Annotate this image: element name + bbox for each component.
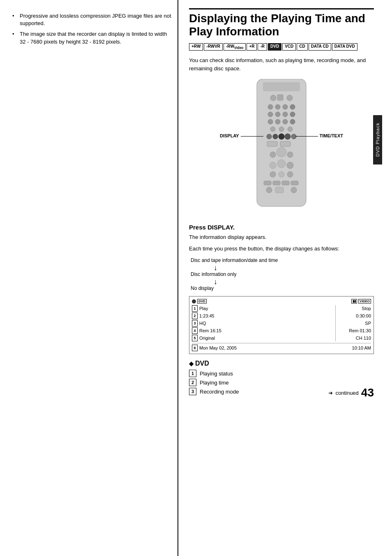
remote-illustration: DISPLAY TIME/TEXT bbox=[189, 79, 374, 219]
footer-page-number: 43 bbox=[361, 386, 374, 399]
badge-dvd: DVD bbox=[268, 43, 281, 51]
item-label-2: Playing time bbox=[200, 380, 229, 386]
dvd-badge: DVD bbox=[197, 299, 207, 303]
svg-rect-3 bbox=[277, 95, 283, 100]
badge-datadvd: DATA DVD bbox=[332, 43, 357, 51]
video-badge: VIDEO bbox=[358, 299, 371, 303]
left-column: Progressive and lossless compression JPE… bbox=[12, 12, 173, 49]
svg-point-4 bbox=[287, 95, 293, 101]
row-num-3: 3 bbox=[192, 320, 198, 327]
dvd-item-1: 1 Playing status bbox=[189, 370, 374, 377]
row-val-5: Original bbox=[199, 335, 333, 341]
badge-r-minus: -R bbox=[258, 43, 267, 51]
svg-point-42 bbox=[291, 187, 297, 193]
svg-point-21 bbox=[273, 134, 278, 139]
right-val-1: Stop bbox=[338, 305, 371, 312]
svg-point-9 bbox=[268, 112, 273, 117]
svg-point-23 bbox=[285, 134, 291, 139]
svg-point-27 bbox=[270, 152, 276, 158]
svg-point-17 bbox=[270, 127, 275, 132]
footer-arrow-icon: ➜ bbox=[328, 390, 333, 396]
row-val-2: 1:23:45 bbox=[199, 313, 333, 319]
badge-row-2: VCD CD DATA CD DATA DVD bbox=[282, 43, 357, 51]
column-separator bbox=[178, 0, 178, 556]
svg-point-28 bbox=[277, 147, 286, 157]
row-num-1: 1 bbox=[192, 305, 198, 312]
press-desc-2: Each time you press the button, the disp… bbox=[189, 245, 374, 253]
flow-diagram: Disc and tape information/date and time … bbox=[189, 257, 374, 291]
svg-rect-38 bbox=[282, 181, 289, 185]
svg-point-40 bbox=[266, 187, 272, 193]
svg-rect-25 bbox=[267, 141, 277, 146]
item-num-box-1: 1 bbox=[189, 370, 196, 377]
row-num-5: 5 bbox=[192, 335, 198, 341]
row-val-4: Rem 16:15 bbox=[199, 327, 333, 334]
info-display-box: DVD ▮▮ VIDEO 1 2 3 4 5 Play 1:23:45 bbox=[189, 296, 374, 354]
description-text: You can check disc information, such as … bbox=[189, 56, 374, 72]
press-display-section: Press DISPLAY. The information display a… bbox=[189, 224, 374, 253]
badge-rw-plus: +RW bbox=[189, 43, 203, 51]
press-title: Press DISPLAY. bbox=[189, 224, 374, 231]
row-val-3: HQ bbox=[199, 320, 333, 327]
right-column: Displaying the Playing Time and Play Inf… bbox=[181, 0, 382, 408]
side-tab: DVD Playback bbox=[373, 115, 382, 164]
svg-point-5 bbox=[268, 104, 273, 109]
badge-vcd: VCD bbox=[282, 43, 296, 51]
display-label: DISPLAY bbox=[220, 133, 239, 138]
footer: ➜ continued 43 bbox=[328, 386, 374, 399]
vhs-badge: ▮▮ bbox=[351, 299, 357, 303]
diamond-icon: ◆ bbox=[189, 360, 194, 367]
badge-cd: CD bbox=[297, 43, 307, 51]
badge-row-1: +RW -RWVR -RWVideo +R -R DVD bbox=[189, 43, 281, 51]
footer-continued: continued bbox=[335, 390, 358, 396]
right-val-4: Rem 01:30 bbox=[338, 327, 371, 334]
badge-rwvr: -RWVR bbox=[204, 43, 223, 51]
svg-point-12 bbox=[290, 112, 295, 117]
date-value: Mon May 02, 2005 bbox=[199, 345, 237, 350]
svg-point-18 bbox=[279, 127, 284, 132]
svg-point-2 bbox=[270, 95, 276, 101]
item-num-box-3: 3 bbox=[189, 388, 196, 395]
svg-rect-36 bbox=[264, 181, 271, 185]
svg-point-35 bbox=[287, 171, 293, 177]
svg-point-10 bbox=[275, 112, 280, 117]
svg-point-30 bbox=[270, 162, 276, 169]
flow-arrow-1: ↓ bbox=[214, 264, 374, 271]
svg-point-34 bbox=[279, 171, 284, 177]
item-label-1: Playing status bbox=[200, 371, 233, 377]
flow-item-2: Disc information only bbox=[191, 271, 374, 277]
item-label-3: Recording mode bbox=[200, 389, 239, 395]
right-val-3: SP bbox=[338, 320, 371, 327]
row-num-4: 4 bbox=[192, 327, 198, 334]
svg-point-31 bbox=[277, 160, 286, 168]
svg-point-8 bbox=[290, 104, 295, 109]
row-val-1: Play bbox=[199, 305, 333, 312]
bullet-item-1: Progressive and lossless compression JPE… bbox=[12, 12, 173, 27]
disc-badges: +RW -RWVR -RWVideo +R -R DVD VCD CD DATA… bbox=[189, 43, 374, 51]
svg-point-13 bbox=[268, 119, 273, 124]
timetext-label: TIME/TEXT bbox=[320, 133, 343, 138]
press-desc-1: The information display appears. bbox=[189, 233, 374, 241]
row-num-2: 2 bbox=[192, 313, 198, 319]
row-num-6: 6 bbox=[192, 345, 198, 351]
svg-rect-41 bbox=[275, 187, 284, 193]
flow-arrow-2: ↓ bbox=[214, 278, 374, 285]
item-num-box-2: 2 bbox=[189, 379, 196, 386]
svg-point-15 bbox=[283, 119, 288, 124]
bullet-list: Progressive and lossless compression JPE… bbox=[12, 12, 173, 46]
svg-point-33 bbox=[270, 171, 276, 177]
svg-rect-37 bbox=[273, 181, 280, 185]
svg-point-16 bbox=[290, 119, 295, 124]
time-value: 10:10 AM bbox=[352, 345, 371, 350]
svg-point-7 bbox=[283, 104, 288, 109]
svg-point-11 bbox=[283, 112, 288, 117]
badge-r-plus: +R bbox=[247, 43, 257, 51]
bullet-item-2: The image size that the recorder can dis… bbox=[12, 30, 173, 45]
svg-point-22 bbox=[279, 134, 284, 139]
flow-item-3: No display bbox=[191, 285, 374, 291]
right-val-5: CH 110 bbox=[338, 335, 371, 341]
dvd-section-title: ◆ DVD bbox=[189, 360, 374, 367]
svg-point-14 bbox=[275, 119, 280, 124]
dvd-item-2: 2 Playing time bbox=[189, 379, 374, 386]
page-title: Displaying the Playing Time and Play Inf… bbox=[189, 8, 374, 38]
